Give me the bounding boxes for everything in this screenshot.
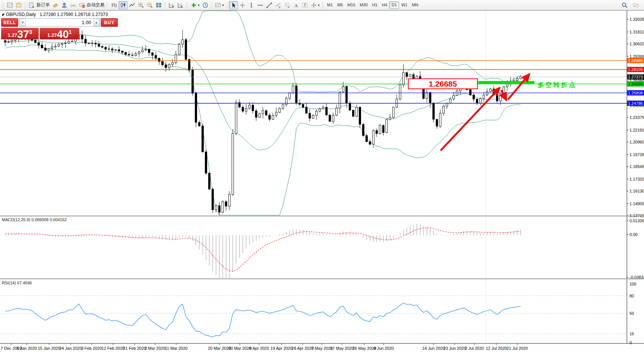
chat-icon[interactable] <box>631 1 640 9</box>
elliott-wave-tool-icon[interactable]: E <box>274 1 283 9</box>
chart-plot-area[interactable]: 1.330351.318101.306201.293951.269801.245… <box>0 0 644 352</box>
sell-price-sup: 3 <box>29 29 32 35</box>
price-axis-tick: 1.23375 <box>629 115 644 120</box>
trend-arrow[interactable] <box>441 88 500 151</box>
expert-advisor-icon[interactable] <box>60 1 69 9</box>
timeframe-button-D1[interactable]: D1 <box>389 1 399 9</box>
auto-scroll-icon[interactable] <box>167 1 176 9</box>
new-order-button[interactable]: 新订单 <box>28 1 51 9</box>
price-axis-tick: 1.16130 <box>629 189 644 193</box>
price-axis-tick: 1.31810 <box>629 30 644 34</box>
timeframe-button-M1[interactable]: M1 <box>325 1 335 9</box>
toolbar-grip[interactable] <box>210 2 213 9</box>
timeframe-button-MN[interactable]: MN <box>410 1 421 9</box>
date-axis-label: 8 Apr 2020 <box>249 346 269 351</box>
profiles-icon[interactable] <box>15 1 23 9</box>
date-axis-label: 17 May 2020 <box>330 346 354 351</box>
volume-decrease-button[interactable]: ▼ <box>20 19 26 26</box>
chart-shift-icon[interactable] <box>176 1 185 9</box>
vertical-line-tool-icon[interactable] <box>247 1 256 9</box>
auto-trading-button[interactable]: 自动交易 <box>78 1 106 9</box>
volume-increase-button[interactable]: ▲ <box>93 19 99 26</box>
text-label-tool-icon[interactable]: T <box>300 1 309 9</box>
buy-price-prefix: 1.27 <box>47 32 57 39</box>
rsi-axis-tick: 0 <box>629 340 632 345</box>
zoom-out-icon[interactable] <box>145 1 154 9</box>
cursor-tool-icon[interactable] <box>229 1 238 9</box>
svg-text:1.26685: 1.26685 <box>628 82 643 86</box>
indicators-icon[interactable]: ▾ <box>189 1 201 9</box>
tile-windows-icon[interactable] <box>154 1 163 9</box>
date-axis-label: 23 Jun 2020 <box>444 346 466 351</box>
mt4-window: 新订单 自动交易 ▾ ▾ E F A T ▾ M1M5M15M3 <box>0 0 644 352</box>
timeframe-button-H1[interactable]: H1 <box>370 1 380 9</box>
timeframe-toolbar: M1M5M15M30H1H4D1W1MN <box>325 1 421 9</box>
price-axis-tick: 1.33035 <box>629 17 644 22</box>
eraser-icon[interactable] <box>51 1 60 9</box>
candlestick-chart-icon[interactable] <box>119 1 128 9</box>
toolbar-grip[interactable] <box>2 2 5 9</box>
date-axis-label: 12 Jul 2020 <box>486 346 507 351</box>
price-axis-tick: 1.22150 <box>629 128 644 132</box>
support-price-annotation[interactable]: 1.26685 <box>408 78 478 89</box>
zoom-in-icon[interactable] <box>136 1 145 9</box>
chart-symbol-period: GBPUSD,Daily <box>6 12 36 17</box>
date-axis-label: 3 Feb 2020 <box>81 346 102 351</box>
toolbar-grip[interactable] <box>186 2 189 9</box>
sell-price-big: 37 <box>17 29 29 39</box>
timeframe-button-M5[interactable]: M5 <box>335 1 345 9</box>
horizontal-line-tool-icon[interactable] <box>256 1 265 9</box>
timeframe-button-W1[interactable]: W1 <box>399 1 410 9</box>
toolbar-grip[interactable] <box>24 2 27 9</box>
buy-button[interactable]: BUY <box>101 18 118 27</box>
price-axis-tick: 1.30620 <box>629 42 644 46</box>
search-icon[interactable] <box>620 1 629 9</box>
svg-text:1.28986: 1.28986 <box>628 58 643 63</box>
date-axis-label: 19 Apr 2020 <box>270 346 292 351</box>
volume-input[interactable] <box>26 19 93 26</box>
signals-icon[interactable] <box>69 1 78 9</box>
period-clock-icon[interactable] <box>201 1 210 9</box>
date-axis-label: 21 Jul 2020 <box>507 346 528 351</box>
chevron-down-icon: ▾ <box>222 3 224 7</box>
sell-button[interactable]: SELL <box>1 18 18 27</box>
arrows-tool-icon[interactable]: ▾ <box>309 1 321 9</box>
auto-trading-label: 自动交易 <box>87 2 104 8</box>
chart-window-icon[interactable] <box>6 1 15 9</box>
sell-price-prefix: 1.27 <box>8 32 17 39</box>
candlesticks <box>4 24 522 215</box>
toolbar-grip[interactable] <box>164 2 167 9</box>
macd-axis-tick: -0.038343 <box>629 275 644 280</box>
bar-chart-icon[interactable] <box>110 1 119 9</box>
date-axis-label: 6 Jan 2020 <box>17 346 37 351</box>
sell-price-tile[interactable]: 1.27373 <box>1 28 39 39</box>
date-axis-label: 24 Jan 2020 <box>59 346 82 351</box>
chart-title: ◤GBPUSD,Daily1.27280 1.27590 1.26718 1.2… <box>2 12 108 17</box>
date-axis-label: 21 Feb 2020 <box>123 346 146 351</box>
date-axis-label: 30 Mar 2020 <box>228 346 251 351</box>
chart-frame: 7 Dec 20196 Jan 202015 Jan 202024 Jan 20… <box>0 10 644 351</box>
date-axis-label: 12 Feb 2020 <box>102 346 125 351</box>
buy-price-tile[interactable]: 1.27401 <box>40 28 79 39</box>
svg-text:A: A <box>294 2 298 8</box>
trend-arrow[interactable] <box>508 74 529 100</box>
timeframe-button-M30[interactable]: M30 <box>358 1 370 9</box>
text-tool-icon[interactable]: A <box>292 1 300 9</box>
buy-price-big: 40 <box>57 29 69 39</box>
crosshair-tool-icon[interactable] <box>238 1 247 9</box>
timeframe-button-H4[interactable]: H4 <box>380 1 389 9</box>
fibonacci-tool-icon[interactable]: F <box>283 1 292 9</box>
toolbar-grip[interactable] <box>226 2 228 9</box>
toolbar-grip[interactable] <box>106 2 109 9</box>
macd-label: MACD(12,26,9) 0.006008 0.004152 <box>2 217 67 222</box>
support-zone-bar[interactable] <box>478 81 534 84</box>
toolbar-grip[interactable] <box>322 2 324 9</box>
rsi-axis-tick: 15 <box>629 332 634 336</box>
trendline-tool-icon[interactable] <box>265 1 274 9</box>
date-axis-label: 7 May 2020 <box>311 346 332 351</box>
chart-ohlc-values: 1.27280 1.27590 1.26718 1.27373 <box>40 12 108 17</box>
templates-icon[interactable]: ▾ <box>214 1 225 9</box>
line-chart-icon[interactable] <box>128 1 136 9</box>
pivot-annotation-text[interactable]: 多空转折点 <box>538 81 577 89</box>
timeframe-button-M15[interactable]: M15 <box>345 1 357 9</box>
